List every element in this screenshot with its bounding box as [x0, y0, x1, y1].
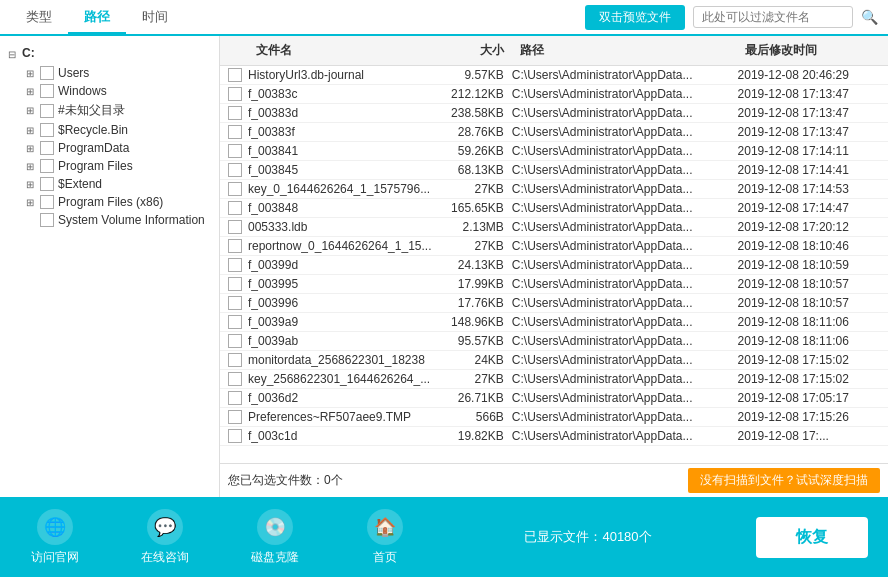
tab-type[interactable]: 类型	[10, 2, 68, 34]
file-checkbox[interactable]	[228, 87, 242, 101]
file-row[interactable]: 005333.ldb 2.13MB C:\Users\Administrator…	[220, 218, 888, 237]
header-right: 双击预览文件 🔍	[585, 5, 878, 30]
tree-node-unknown-parent[interactable]: ⊞ #未知父目录	[22, 100, 215, 121]
file-checkbox[interactable]	[228, 106, 242, 120]
tab-path[interactable]: 路径	[68, 2, 126, 34]
tree-node-program-files-x86[interactable]: ⊞ Program Files (x86)	[22, 193, 215, 211]
file-checkbox[interactable]	[228, 125, 242, 139]
tree-checkbox-recycle[interactable]	[40, 123, 54, 137]
file-row[interactable]: f_00399d 24.13KB C:\Users\Administrator\…	[220, 256, 888, 275]
file-row[interactable]: f_0039ab 95.57KB C:\Users\Administrator\…	[220, 332, 888, 351]
file-checkbox[interactable]	[228, 315, 242, 329]
file-row[interactable]: f_00383c 212.12KB C:\Users\Administrator…	[220, 85, 888, 104]
file-checkbox[interactable]	[228, 144, 242, 158]
file-row[interactable]: f_0039a9 148.96KB C:\Users\Administrator…	[220, 313, 888, 332]
bottom-nav-item-访问官网[interactable]: 🌐 访问官网	[20, 509, 90, 566]
file-size: 95.57KB	[436, 334, 512, 348]
file-row[interactable]: f_003848 165.65KB C:\Users\Administrator…	[220, 199, 888, 218]
bottom-nav-item-首页[interactable]: 🏠 首页	[350, 509, 420, 566]
file-name: f_00383d	[248, 106, 436, 120]
file-time: 2019-12-08 17:15:26	[738, 410, 888, 424]
tree-checkbox-extend[interactable]	[40, 177, 54, 191]
file-size: 24KB	[436, 353, 512, 367]
tree-label-programfiles: Program Files	[58, 159, 133, 173]
tree-checkbox-systemvolume[interactable]	[40, 213, 54, 227]
tree-checkbox-programfiles[interactable]	[40, 159, 54, 173]
file-row[interactable]: f_003c1d 19.82KB C:\Users\Administrator\…	[220, 427, 888, 446]
file-path: C:\Users\Administrator\AppData...	[512, 372, 738, 386]
filter-input[interactable]	[693, 6, 853, 28]
file-row[interactable]: f_003996 17.76KB C:\Users\Administrator\…	[220, 294, 888, 313]
tree-node-users[interactable]: ⊞ Users	[22, 64, 215, 82]
file-row[interactable]: HistoryUrl3.db-journal 9.57KB C:\Users\A…	[220, 66, 888, 85]
file-name: f_003841	[248, 144, 436, 158]
file-time: 2019-12-08 17:15:02	[738, 372, 888, 386]
preview-button[interactable]: 双击预览文件	[585, 5, 685, 30]
file-checkbox[interactable]	[228, 296, 242, 310]
tree-checkbox-unknown[interactable]	[40, 104, 54, 118]
file-table-header: 文件名 大小 路径 最后修改时间	[220, 36, 888, 66]
file-name: key_2568622301_1644626264_...	[248, 372, 436, 386]
tree-label-users: Users	[58, 66, 89, 80]
file-size: 68.13KB	[436, 163, 512, 177]
file-path: C:\Users\Administrator\AppData...	[512, 87, 738, 101]
file-checkbox[interactable]	[228, 277, 242, 291]
file-row[interactable]: Preferences~RF507aee9.TMP 566B C:\Users\…	[220, 408, 888, 427]
file-size: 238.58KB	[436, 106, 512, 120]
file-name: f_0039ab	[248, 334, 436, 348]
file-checkbox[interactable]	[228, 220, 242, 234]
file-checkbox[interactable]	[228, 410, 242, 424]
tree-node-recycle[interactable]: ⊞ $Recycle.Bin	[22, 121, 215, 139]
file-path: C:\Users\Administrator\AppData...	[512, 106, 738, 120]
file-name: f_00399d	[248, 258, 436, 272]
file-checkbox[interactable]	[228, 353, 242, 367]
file-checkbox[interactable]	[228, 429, 242, 443]
file-size: 148.96KB	[436, 315, 512, 329]
tree-node-extend[interactable]: ⊞ $Extend	[22, 175, 215, 193]
file-row[interactable]: key_0_1644626264_1_1575796... 27KB C:\Us…	[220, 180, 888, 199]
bottom-nav-icon: 🏠	[367, 509, 403, 545]
bottom-nav-item-在线咨询[interactable]: 💬 在线咨询	[130, 509, 200, 566]
file-time: 2019-12-08 17:14:11	[738, 144, 888, 158]
file-row[interactable]: f_003845 68.13KB C:\Users\Administrator\…	[220, 161, 888, 180]
tree-checkbox-users[interactable]	[40, 66, 54, 80]
file-row[interactable]: f_00383f 28.76KB C:\Users\Administrator\…	[220, 123, 888, 142]
file-checkbox[interactable]	[228, 163, 242, 177]
file-time: 2019-12-08 17:...	[738, 429, 888, 443]
tree-node-system-volume[interactable]: System Volume Information	[22, 211, 215, 229]
file-row[interactable]: reportnow_0_1644626264_1_15... 27KB C:\U…	[220, 237, 888, 256]
recover-button[interactable]: 恢复	[756, 517, 868, 558]
tree-root-node[interactable]: ⊟ C:	[4, 44, 215, 64]
file-checkbox[interactable]	[228, 239, 242, 253]
file-size: 165.65KB	[436, 201, 512, 215]
tree-node-program-files[interactable]: ⊞ Program Files	[22, 157, 215, 175]
file-checkbox[interactable]	[228, 372, 242, 386]
file-size: 28.76KB	[436, 125, 512, 139]
tab-time[interactable]: 时间	[126, 2, 184, 34]
file-checkbox[interactable]	[228, 334, 242, 348]
deep-scan-button[interactable]: 没有扫描到文件？试试深度扫描	[688, 468, 880, 493]
file-panel: 文件名 大小 路径 最后修改时间 HistoryUrl3.db-journal …	[220, 36, 888, 497]
file-checkbox[interactable]	[228, 201, 242, 215]
file-size: 26.71KB	[436, 391, 512, 405]
file-checkbox[interactable]	[228, 258, 242, 272]
tree-checkbox-programdata[interactable]	[40, 141, 54, 155]
file-row[interactable]: monitordata_2568622301_18238 24KB C:\Use…	[220, 351, 888, 370]
bottom-nav-item-磁盘克隆[interactable]: 💿 磁盘克隆	[240, 509, 310, 566]
file-row[interactable]: f_0036d2 26.71KB C:\Users\Administrator\…	[220, 389, 888, 408]
tree-node-windows[interactable]: ⊞ Windows	[22, 82, 215, 100]
file-size: 24.13KB	[436, 258, 512, 272]
tree-checkbox-programfilesx86[interactable]	[40, 195, 54, 209]
file-row[interactable]: f_003995 17.99KB C:\Users\Administrator\…	[220, 275, 888, 294]
file-size: 27KB	[436, 239, 512, 253]
search-icon[interactable]: 🔍	[861, 9, 878, 25]
file-checkbox[interactable]	[228, 182, 242, 196]
tree-node-programdata[interactable]: ⊞ ProgramData	[22, 139, 215, 157]
file-path: C:\Users\Administrator\AppData...	[512, 182, 738, 196]
file-row[interactable]: f_00383d 238.58KB C:\Users\Administrator…	[220, 104, 888, 123]
file-checkbox[interactable]	[228, 68, 242, 82]
file-row[interactable]: key_2568622301_1644626264_... 27KB C:\Us…	[220, 370, 888, 389]
tree-checkbox-windows[interactable]	[40, 84, 54, 98]
file-row[interactable]: f_003841 59.26KB C:\Users\Administrator\…	[220, 142, 888, 161]
file-checkbox[interactable]	[228, 391, 242, 405]
